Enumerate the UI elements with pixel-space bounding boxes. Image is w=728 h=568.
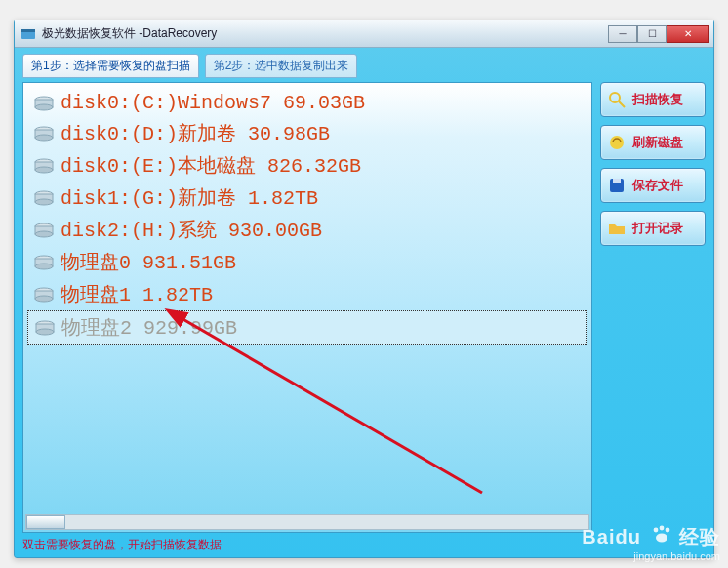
disk-icon xyxy=(33,125,55,142)
svg-line-28 xyxy=(619,101,625,107)
button-label: 刷新磁盘 xyxy=(632,134,683,151)
disk-row[interactable]: disk0:(D:)新加卷 30.98GB xyxy=(27,117,587,149)
disk-icon xyxy=(33,157,55,175)
horizontal-scrollbar[interactable] xyxy=(25,514,589,530)
svg-point-29 xyxy=(610,136,624,149)
svg-point-19 xyxy=(35,264,53,269)
disk-list-panel: disk0:(C:)Windows7 69.03GBdisk0:(D:)新加卷 … xyxy=(22,82,592,533)
button-label: 扫描恢复 xyxy=(632,91,683,108)
save-file-button[interactable]: 保存文件 xyxy=(600,168,706,203)
disk-label: disk2:(H:)系统 930.00GB xyxy=(61,217,322,243)
minimize-button[interactable]: ─ xyxy=(608,25,637,43)
refresh-disk-button[interactable]: 刷新磁盘 xyxy=(600,125,706,160)
watermark: Baidu 经验 jingyan.baidu.com xyxy=(582,524,720,562)
maximize-button[interactable]: ☐ xyxy=(637,25,667,43)
disk-label: disk0:(D:)新加卷 30.98GB xyxy=(61,120,330,146)
disk-icon xyxy=(33,222,55,239)
window-controls: ─ ☐ ✕ xyxy=(608,25,709,43)
disk-list[interactable]: disk0:(C:)Windows7 69.03GBdisk0:(D:)新加卷 … xyxy=(23,83,591,350)
app-icon xyxy=(20,26,36,42)
disk-row[interactable]: 物理盘2 929.99GB xyxy=(27,310,587,345)
svg-point-25 xyxy=(36,329,54,335)
window-title: 极光数据恢复软件 -DataRecovery xyxy=(42,25,608,42)
svg-point-32 xyxy=(654,528,659,533)
disk-row[interactable]: disk0:(E:)本地磁盘 826.32GB xyxy=(27,149,587,182)
svg-point-13 xyxy=(35,199,53,205)
disk-row[interactable]: 物理盘1 1.82TB xyxy=(27,278,587,310)
titlebar[interactable]: 极光数据恢复软件 -DataRecovery ─ ☐ ✕ xyxy=(15,20,713,48)
button-label: 保存文件 xyxy=(632,177,683,194)
svg-rect-31 xyxy=(613,179,621,183)
svg-point-16 xyxy=(35,231,53,237)
disk-label: 物理盘2 929.99GB xyxy=(61,314,237,341)
app-window: 极光数据恢复软件 -DataRecovery ─ ☐ ✕ 第1步：选择需要恢复的… xyxy=(14,20,714,558)
magnifier-icon xyxy=(607,90,627,109)
side-button-column: 扫描恢复 刷新磁盘 保存文件 打开记录 xyxy=(600,82,706,533)
disk-label: disk1:(G:)新加卷 1.82TB xyxy=(61,184,318,211)
svg-point-34 xyxy=(666,528,670,533)
disk-label: 物理盘0 931.51GB xyxy=(61,249,236,275)
client-area: 第1步：选择需要恢复的盘扫描 第2步：选中数据复制出来 disk0:(C:)Wi… xyxy=(22,54,706,530)
scrollbar-thumb[interactable] xyxy=(26,515,65,529)
scan-recover-button[interactable]: 扫描恢复 xyxy=(600,82,706,117)
main-area: disk0:(C:)Windows7 69.03GBdisk0:(D:)新加卷 … xyxy=(22,82,706,533)
physical-disk-icon xyxy=(33,286,55,304)
svg-point-35 xyxy=(656,534,667,543)
tab-step1[interactable]: 第1步：选择需要恢复的盘扫描 xyxy=(22,54,199,78)
refresh-icon xyxy=(607,133,627,152)
svg-point-10 xyxy=(35,167,53,173)
disk-row[interactable]: disk1:(G:)新加卷 1.82TB xyxy=(27,182,587,214)
disk-label: disk0:(C:)Windows7 69.03GB xyxy=(61,92,365,114)
disk-row[interactable]: 物理盘0 931.51GB xyxy=(27,246,587,278)
disk-icon xyxy=(33,95,55,112)
physical-disk-icon xyxy=(34,319,56,337)
disk-row[interactable]: disk2:(H:)系统 930.00GB xyxy=(27,214,587,246)
button-label: 打开记录 xyxy=(632,220,683,237)
disk-label: 物理盘1 1.82TB xyxy=(61,281,213,307)
svg-point-7 xyxy=(35,135,53,141)
svg-point-4 xyxy=(35,104,53,110)
disk-row[interactable]: disk0:(C:)Windows7 69.03GB xyxy=(27,89,587,117)
svg-rect-1 xyxy=(21,29,35,32)
folder-icon xyxy=(607,219,627,238)
disk-icon xyxy=(33,189,55,207)
watermark-suffix: 经验 xyxy=(679,526,720,548)
svg-point-33 xyxy=(660,526,665,531)
physical-disk-icon xyxy=(33,254,55,271)
step-tabs: 第1步：选择需要恢复的盘扫描 第2步：选中数据复制出来 xyxy=(22,54,706,78)
paw-icon xyxy=(651,524,672,544)
close-button[interactable]: ✕ xyxy=(667,25,709,43)
save-icon xyxy=(607,176,627,195)
watermark-url: jingyan.baidu.com xyxy=(582,550,720,562)
disk-label: disk0:(E:)本地磁盘 826.32GB xyxy=(61,152,361,179)
tab-step2[interactable]: 第2步：选中数据复制出来 xyxy=(205,54,358,78)
watermark-brand: Baidu xyxy=(582,526,641,548)
svg-point-22 xyxy=(35,296,53,302)
svg-point-27 xyxy=(610,93,620,102)
open-record-button[interactable]: 打开记录 xyxy=(600,211,706,246)
